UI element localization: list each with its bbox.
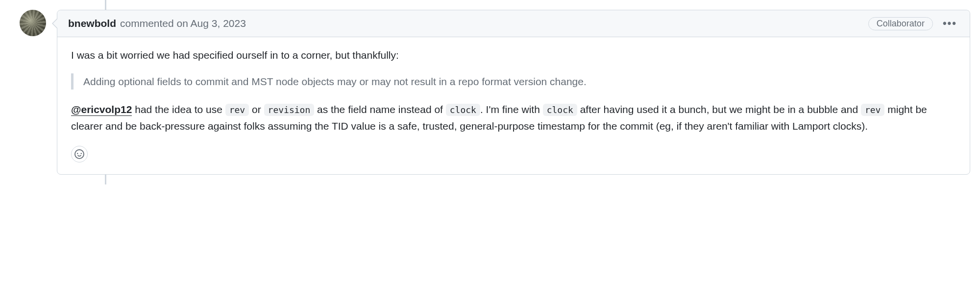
comment-header-left: bnewbold commented on Aug 3, 2023 bbox=[68, 18, 246, 29]
text: or bbox=[249, 104, 264, 115]
code-clock: clock bbox=[543, 104, 577, 116]
text: as the field name instead of bbox=[314, 104, 446, 115]
smiley-icon bbox=[74, 149, 84, 159]
code-rev: rev bbox=[225, 104, 249, 116]
comment-header: bnewbold commented on Aug 3, 2023 Collab… bbox=[57, 10, 970, 37]
comment-box: bnewbold commented on Aug 3, 2023 Collab… bbox=[57, 10, 970, 175]
blockquote: Adding optional fields to commit and MST… bbox=[71, 73, 956, 90]
text: had the idea to use bbox=[132, 104, 225, 115]
text: . I'm fine with bbox=[480, 104, 543, 115]
paragraph: I was a bit worried we had specified our… bbox=[71, 47, 956, 64]
author-link[interactable]: bnewbold bbox=[68, 18, 116, 29]
quote-text: Adding optional fields to commit and MST… bbox=[83, 73, 956, 90]
comment-header-right: Collaborator ••• bbox=[868, 16, 959, 31]
add-reaction-button[interactable] bbox=[71, 146, 88, 162]
comment-arrow bbox=[52, 18, 57, 29]
code-clock: clock bbox=[446, 104, 480, 116]
user-mention[interactable]: @ericvolp12 bbox=[71, 104, 132, 116]
role-badge: Collaborator bbox=[868, 17, 933, 30]
text: after having used it a bunch, but we mig… bbox=[577, 104, 861, 115]
comment-body: I was a bit worried we had specified our… bbox=[57, 37, 970, 174]
paragraph: @ericvolp12 had the idea to use rev or r… bbox=[71, 101, 956, 134]
code-revision: revision bbox=[264, 104, 315, 116]
timestamp[interactable]: Aug 3, 2023 bbox=[191, 18, 246, 29]
timeline-item: bnewbold commented on Aug 3, 2023 Collab… bbox=[10, 10, 970, 175]
commented-label: commented on Aug 3, 2023 bbox=[120, 18, 246, 29]
avatar[interactable] bbox=[20, 10, 46, 36]
kebab-icon[interactable]: ••• bbox=[941, 16, 959, 31]
code-rev: rev bbox=[861, 104, 885, 116]
